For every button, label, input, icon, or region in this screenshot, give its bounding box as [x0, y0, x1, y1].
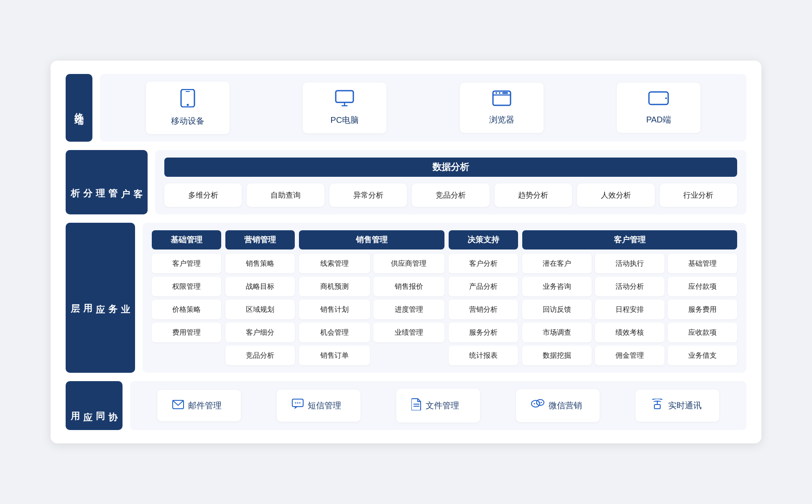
xiaoshou-cell-1: 供应商管理	[373, 254, 444, 273]
svg-point-16	[295, 402, 296, 404]
pc-icon	[335, 90, 354, 110]
svg-rect-10	[502, 92, 508, 94]
svg-rect-3	[336, 91, 353, 102]
kehu-cell-0: 潜在客户	[522, 254, 592, 273]
yingxiao-cell-3: 客户细分	[225, 323, 295, 342]
collab-file-label: 文件管理	[426, 400, 459, 411]
kehu-cell-4: 活动分析	[595, 277, 664, 296]
business-label-text: 业务应用层	[69, 297, 132, 299]
svg-point-1	[186, 104, 189, 106]
analysis-label: 客户管理分析	[66, 150, 148, 214]
terminal-row: 终端 移动设备	[66, 74, 746, 142]
mobile-label: 移动设备	[171, 115, 204, 127]
svg-point-24	[536, 400, 544, 405]
xiaoshou-cell-5: 进度管理	[373, 300, 444, 319]
business-label: 业务应用层	[66, 223, 135, 373]
analysis-item-1: 自助查询	[247, 183, 324, 207]
terminal-label: 终端	[66, 74, 92, 142]
jichu-cell-0: 客户管理	[152, 254, 221, 273]
analysis-row: 客户管理分析 数据分析 多维分析 自助查询 异常分析 竞品分析 趋势分析 人效分…	[66, 150, 746, 214]
kehu-cell-11: 应收款项	[668, 323, 737, 342]
terminal-item-pc: PC电脑	[303, 82, 386, 133]
kehu-cell-12: 数据挖掘	[522, 346, 592, 365]
collab-item-realtime: 实时通讯	[636, 389, 719, 422]
xiaoshou-cell-2: 商机预测	[299, 277, 370, 296]
yingxiao-cells: 销售策略 战略目标 区域规划 客户细分 竞品分析	[225, 254, 295, 365]
collab-wechat-label: 微信营销	[549, 400, 582, 411]
business-row: 业务应用层 基础管理 营销管理 销售管理 决策支持 客户管理 客户管理 权限管理…	[66, 223, 746, 373]
juece-cell-1: 产品分析	[449, 277, 518, 296]
analysis-item-6: 行业分析	[660, 183, 737, 207]
collab-row: 协同应用 邮件管理	[66, 381, 746, 430]
svg-rect-2	[186, 91, 190, 92]
collab-label: 协同应用	[66, 381, 123, 430]
xiaoshou-cell-6: 机会管理	[299, 323, 370, 342]
collab-content: 邮件管理 短信管理	[130, 381, 746, 430]
mobile-icon	[180, 89, 195, 111]
collab-item-wechat: 微信营销	[516, 389, 600, 422]
terminal-item-mobile: 移动设备	[146, 81, 230, 134]
pad-icon	[648, 90, 669, 110]
xiaoshou-cell-3: 销售报价	[373, 277, 444, 296]
pad-label: PAD端	[646, 114, 671, 125]
xiaoshou-grid: 线索管理 供应商管理 商机预测 销售报价 销售计划 进度管理 机会管理 业绩管理…	[299, 254, 444, 365]
sms-icon	[292, 399, 304, 412]
email-icon	[172, 399, 184, 412]
svg-point-22	[534, 403, 535, 405]
file-icon	[411, 398, 421, 413]
svg-point-9	[499, 92, 500, 94]
browser-icon	[492, 90, 511, 110]
jichu-cell-2: 价格策略	[152, 300, 221, 319]
realtime-icon	[651, 399, 664, 412]
yingxiao-cell-2: 区域规划	[225, 300, 295, 319]
kehu-cell-9: 市场调查	[522, 323, 592, 342]
svg-point-21	[531, 400, 540, 407]
biz-header-xiaoshou: 销售管理	[299, 230, 444, 249]
jichu-cell-3: 费用管理	[152, 323, 221, 342]
biz-header-yingxiao: 营销管理	[225, 230, 295, 249]
analysis-content: 数据分析 多维分析 自助查询 异常分析 竞品分析 趋势分析 人效分析 行业分析	[155, 150, 746, 214]
analysis-items: 多维分析 自助查询 异常分析 竞品分析 趋势分析 人效分析 行业分析	[164, 183, 737, 207]
xiaoshou-cell-8: 销售订单	[299, 346, 370, 365]
biz-header-kehu: 客户管理	[522, 230, 737, 249]
terminal-item-pad: PAD端	[617, 83, 700, 133]
svg-rect-27	[654, 405, 660, 409]
analysis-item-0: 多维分析	[164, 183, 242, 207]
collab-item-email: 邮件管理	[157, 390, 241, 421]
collab-sms-label: 短信管理	[308, 400, 341, 411]
business-body: 客户管理 权限管理 价格策略 费用管理 销售策略 战略目标 区域规划 客户细分 …	[152, 254, 737, 365]
svg-point-12	[665, 97, 667, 99]
yingxiao-cell-1: 战略目标	[225, 277, 295, 296]
svg-point-18	[299, 402, 301, 404]
xiaoshou-cell-0: 线索管理	[299, 254, 370, 273]
analysis-item-2: 异常分析	[329, 183, 407, 207]
kehu-cell-2: 基础管理	[668, 254, 737, 273]
biz-header-jichu: 基础管理	[152, 230, 221, 249]
juece-cell-3: 服务分析	[449, 323, 518, 342]
collab-item-file: 文件管理	[396, 389, 480, 423]
svg-rect-7	[493, 94, 511, 96]
xiaoshou-cell-empty	[373, 346, 444, 365]
kehu-cell-14: 业务借支	[668, 346, 737, 365]
xiaoshou-cell-7: 业绩管理	[373, 323, 444, 342]
terminal-content: 移动设备 PC电脑	[100, 74, 746, 142]
biz-header-juece: 决策支持	[449, 230, 518, 249]
jichu-cell-1: 权限管理	[152, 277, 221, 296]
collab-label-text: 协同应用	[69, 405, 119, 407]
kehu-cell-7: 日程安排	[595, 300, 664, 319]
terminal-item-browser: 浏览器	[460, 83, 544, 133]
juece-cell-4: 统计报表	[449, 346, 518, 365]
kehu-cell-1: 活动执行	[595, 254, 664, 273]
yingxiao-cell-4: 竞品分析	[225, 346, 295, 365]
analysis-item-4: 趋势分析	[495, 183, 572, 207]
svg-point-26	[541, 402, 542, 403]
svg-point-8	[495, 92, 497, 94]
analysis-item-3: 竞品分析	[412, 183, 489, 207]
browser-label: 浏览器	[489, 114, 514, 125]
svg-point-17	[297, 402, 299, 404]
juece-cell-2: 营销分析	[449, 300, 518, 319]
analysis-item-5: 人效分析	[577, 183, 654, 207]
kehu-cell-13: 佣金管理	[595, 346, 664, 365]
svg-point-25	[539, 402, 540, 403]
kehu-grid: 潜在客户 活动执行 基础管理 业务咨询 活动分析 应付款项 回访反馈 日程安排 …	[522, 254, 737, 365]
